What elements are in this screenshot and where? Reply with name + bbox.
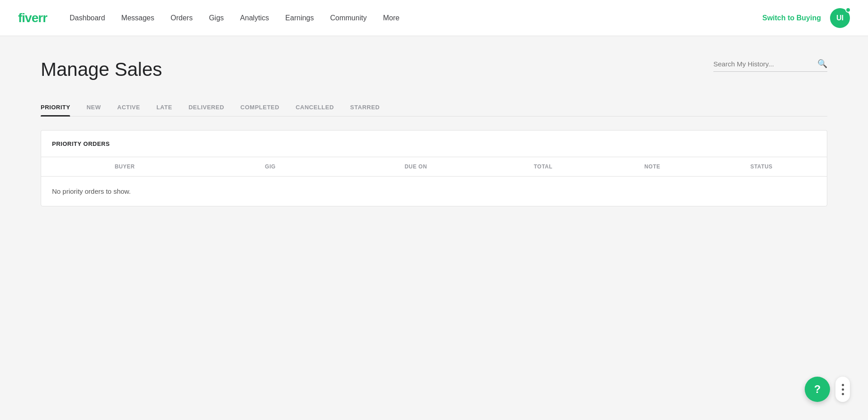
main-content: Manage Sales 🔍 PRIORITYNEWACTIVELATEDELI… [0,36,868,224]
navbar-actions: Switch to Buying UI [762,8,850,28]
help-button[interactable]: ? [805,377,830,402]
help-dot-1 [842,384,844,386]
page-header: Manage Sales 🔍 [41,59,827,80]
tab-new[interactable]: NEW [86,98,101,116]
avatar-notification-badge [845,7,851,13]
nav-link-messages[interactable]: Messages [121,14,154,22]
orders-section-header: PRIORITY ORDERS [41,131,827,157]
help-options-toggle[interactable] [835,377,850,402]
table-col-total: TOTAL [489,163,598,170]
logo[interactable]: fiverr [18,11,47,25]
tab-delivered[interactable]: DELIVERED [189,98,224,116]
user-avatar[interactable]: UI [830,8,850,28]
search-container: 🔍 [713,59,827,72]
navbar: fiverr DashboardMessagesOrdersGigsAnalyt… [0,0,868,36]
table-col-buyer: BUYER [52,163,198,170]
table-header: BUYERGIGDUE ONTOTALNOTESTATUS [41,157,827,177]
help-widget: ? [805,377,850,402]
orders-section-title: PRIORITY ORDERS [52,140,110,147]
switch-to-buying-button[interactable]: Switch to Buying [762,14,821,22]
nav-link-orders[interactable]: Orders [170,14,193,22]
search-icon[interactable]: 🔍 [817,59,827,69]
page-title: Manage Sales [41,59,162,80]
tab-completed[interactable]: COMPLETED [241,98,279,116]
user-initials: UI [836,14,844,22]
table-col-note: NOTE [598,163,707,170]
tab-starred[interactable]: STARRED [350,98,380,116]
tab-cancelled[interactable]: CANCELLED [296,98,334,116]
empty-orders-message: No priority orders to show. [41,177,827,206]
nav-link-community[interactable]: Community [330,14,367,22]
tab-late[interactable]: LATE [156,98,172,116]
nav-link-gigs[interactable]: Gigs [209,14,224,22]
help-dot-3 [842,393,844,395]
table-col-status: STATUS [707,163,816,170]
search-input[interactable] [713,60,813,68]
help-dot-2 [842,388,844,391]
orders-section: PRIORITY ORDERS BUYERGIGDUE ONTOTALNOTES… [41,130,827,206]
nav-links: DashboardMessagesOrdersGigsAnalyticsEarn… [70,14,762,22]
nav-link-earnings[interactable]: Earnings [285,14,314,22]
nav-link-analytics[interactable]: Analytics [240,14,269,22]
tab-active[interactable]: ACTIVE [117,98,140,116]
tab-priority[interactable]: PRIORITY [41,98,70,116]
nav-link-dashboard[interactable]: Dashboard [70,14,105,22]
nav-link-more[interactable]: More [383,14,399,22]
tabs-container: PRIORITYNEWACTIVELATEDELIVEREDCOMPLETEDC… [41,98,827,117]
table-col-gig: GIG [198,163,343,170]
table-col-due-on: DUE ON [343,163,489,170]
